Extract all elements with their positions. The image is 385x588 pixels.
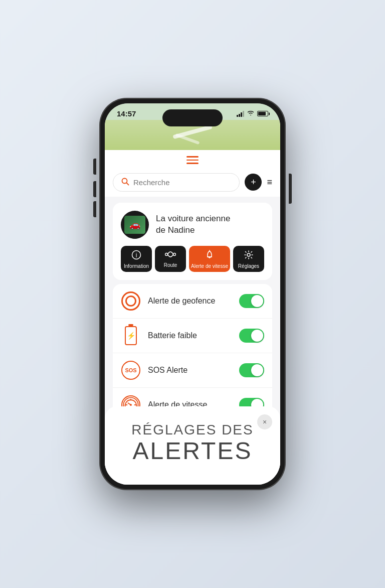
tab-reglages[interactable]: Réglages [233,246,264,272]
alert-item-geofence: Alerte de geofence [113,284,272,319]
battery-icon [257,111,268,116]
tab-information[interactable]: i Information [121,246,152,272]
sos-toggle[interactable] [239,363,264,377]
battery-alert-icon [121,326,141,346]
phone-screen: 14:57 [105,103,280,485]
tab-buttons: i Information [121,246,264,272]
tab-alerte-vitesse[interactable]: Alerte de vitesse [189,246,230,272]
geofence-toggle[interactable] [239,294,264,308]
svg-text:i: i [136,251,137,258]
sheet-subtitle: RÉGLAGES DES [120,421,265,438]
tab-route-label: Route [164,262,177,268]
alert-item-sos: SOS SOS Alerte [113,353,272,388]
gear-icon [244,250,254,261]
close-button[interactable]: × [257,414,272,429]
alert-item-battery: Batterie faible [113,319,272,353]
sos-icon: SOS [121,360,141,380]
alert-list: Alerte de geofence Batterie faible SOS [113,284,272,422]
filter-button[interactable]: ≡ [267,177,272,188]
header-menu [105,150,280,168]
geofence-icon [121,291,141,311]
geofence-label: Alerte de geofence [148,297,232,306]
search-icon [121,178,129,187]
bottom-sheet: × RÉGLAGES DES ALERTES [105,406,280,485]
search-input[interactable] [133,178,231,187]
tab-reglages-label: Réglages [238,263,259,269]
device-header: 🚗 La voiture ancienne de Nadine [121,211,264,239]
svg-line-1 [127,183,129,185]
phone-frame: 14:57 [100,98,285,490]
info-icon: i [131,250,141,261]
svg-point-10 [130,404,132,406]
tab-route[interactable]: Route [155,246,186,272]
status-time: 14:57 [117,109,136,118]
battery-toggle[interactable] [239,329,264,343]
dynamic-island [162,109,223,126]
svg-point-8 [247,253,250,256]
tab-information-label: Information [124,263,149,269]
battery-label: Batterie faible [148,331,232,340]
wifi-icon [247,110,255,117]
device-name: La voiture ancienne de Nadine [156,213,230,235]
sheet-title: ALERTES [120,438,265,465]
add-button[interactable]: + [245,174,262,191]
tab-alerte-vitesse-label: Alerte de vitesse [191,263,228,269]
route-icon [165,250,176,260]
device-avatar: 🚗 [121,211,149,239]
status-icons [237,110,268,117]
hamburger-button[interactable] [186,156,199,164]
signal-icon [237,111,244,117]
device-card: 🚗 La voiture ancienne de Nadine [113,203,272,280]
sos-label: SOS Alerte [148,366,232,375]
bell-icon [205,250,215,261]
search-bar [113,173,240,192]
search-section: + ≡ [105,168,280,197]
